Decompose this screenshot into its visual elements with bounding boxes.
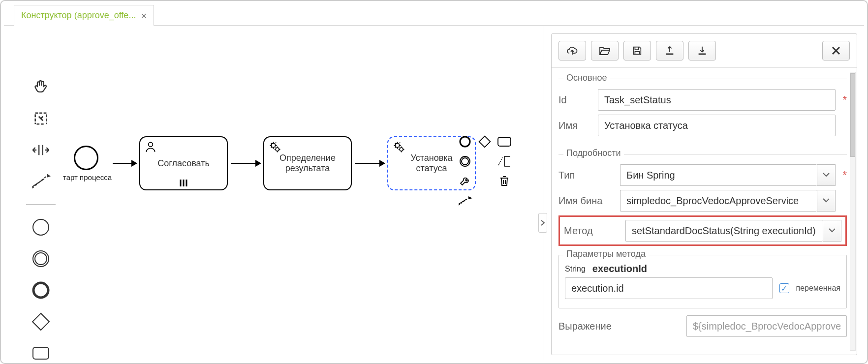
palette (24, 77, 58, 363)
required-marker: * (842, 93, 847, 106)
name-input[interactable] (598, 115, 836, 136)
gear-icon (268, 140, 282, 154)
panel-collapse-handle[interactable] (538, 213, 547, 233)
param-type: String (565, 265, 586, 273)
task-label: Согласовать (157, 158, 210, 169)
task-define-result[interactable]: Определение результата (263, 136, 352, 190)
start-event-tool[interactable] (31, 217, 51, 237)
sequence-flow[interactable] (231, 163, 260, 164)
svg-point-6 (149, 142, 153, 147)
group-title: Подробности (563, 148, 624, 158)
svg-rect-4 (32, 313, 49, 330)
space-tool[interactable] (31, 140, 51, 160)
bpmn-editor[interactable]: тарт процесса Согласовать (4, 26, 544, 360)
space-icon (31, 142, 50, 158)
sequence-flow[interactable] (113, 163, 136, 164)
connection-icon (31, 173, 51, 190)
expression-input[interactable] (686, 315, 847, 337)
svg-rect-13 (498, 137, 511, 146)
svg-point-8 (276, 148, 279, 151)
gateway-icon (31, 312, 50, 331)
ctx-wrench[interactable] (457, 173, 473, 189)
group-title: Основное (563, 73, 610, 83)
param-name: executionId (592, 263, 647, 274)
field-label-id: Id (558, 94, 593, 106)
task-label-line1: Определение (279, 153, 336, 163)
ctx-connection[interactable] (457, 192, 473, 209)
ctx-intermediate-event[interactable] (457, 153, 473, 170)
svg-point-15 (462, 158, 468, 165)
lasso-tool[interactable] (31, 109, 51, 128)
variable-checkbox[interactable]: ✓ (779, 283, 789, 293)
method-select[interactable] (625, 220, 823, 242)
upload-button[interactable] (656, 41, 683, 61)
id-input[interactable] (598, 89, 836, 111)
scrollbar-thumb[interactable] (850, 73, 855, 157)
svg-point-0 (33, 219, 49, 235)
user-icon (144, 140, 157, 153)
svg-point-11 (460, 137, 470, 147)
field-label-bean: Имя бина (558, 195, 615, 207)
chevron-down-icon (822, 172, 830, 178)
field-label-name: Имя (558, 120, 593, 131)
end-event-tool[interactable] (31, 280, 51, 300)
close-icon[interactable]: × (141, 11, 147, 21)
save-button[interactable] (623, 41, 651, 61)
method-row-highlight: Метод (558, 215, 847, 246)
bean-select[interactable] (620, 190, 817, 212)
subprocess-tool[interactable] (31, 343, 51, 363)
deploy-button[interactable] (558, 41, 586, 61)
context-pad (457, 133, 513, 209)
task-label-line2: результата (285, 163, 330, 174)
panel-scrollbar[interactable] (850, 72, 856, 351)
lasso-icon (32, 110, 49, 127)
svg-point-2 (35, 253, 47, 265)
task-approve[interactable]: Согласовать (139, 136, 228, 190)
end-event-icon (31, 281, 50, 300)
task-label-line1: Установка (410, 153, 452, 163)
bean-dropdown-button[interactable] (817, 190, 836, 212)
svg-rect-12 (479, 136, 491, 148)
hand-icon (32, 79, 49, 95)
save-icon (632, 45, 643, 56)
start-event-node[interactable] (74, 146, 98, 170)
gateway-tool[interactable] (31, 312, 51, 332)
hand-tool[interactable] (31, 77, 51, 97)
field-label-expression: Выражение (558, 321, 682, 332)
open-button[interactable] (591, 41, 619, 61)
field-label-type: Тип (558, 170, 615, 181)
ctx-trash[interactable] (496, 173, 513, 189)
task-label-line2: статуса (416, 163, 447, 174)
download-button[interactable] (688, 41, 716, 61)
ctx-text-annotation[interactable] (496, 153, 513, 170)
svg-point-7 (271, 143, 275, 147)
start-event-label: тарт процесса (63, 173, 112, 182)
svg-rect-5 (33, 347, 49, 359)
close-icon (832, 46, 840, 55)
intermediate-event-tool[interactable] (31, 249, 51, 269)
ctx-end-event[interactable] (457, 133, 473, 150)
ctx-gateway[interactable] (476, 133, 493, 150)
type-dropdown-button[interactable] (817, 164, 836, 186)
open-icon (599, 46, 611, 56)
group-details: Подробности Тип * Имя (558, 148, 847, 344)
chevron-down-icon (828, 228, 836, 234)
close-button[interactable] (822, 41, 850, 61)
tab-constructor[interactable]: Конструктор (approve_offe... × (14, 5, 154, 26)
gear-icon (392, 140, 406, 154)
multi-instance-marker (140, 180, 227, 186)
tab-bar: Конструктор (approve_offe... × (4, 4, 864, 26)
sequence-flow[interactable] (355, 163, 384, 164)
required-marker: * (842, 169, 847, 182)
ctx-task[interactable] (496, 133, 513, 150)
param-value-input[interactable] (565, 277, 773, 299)
bpmn-canvas[interactable]: тарт процесса Согласовать (63, 136, 478, 190)
connection-tool[interactable] (31, 172, 51, 191)
type-select[interactable] (620, 164, 817, 186)
svg-point-10 (400, 148, 403, 151)
subprocess-icon (31, 346, 50, 361)
method-dropdown-button[interactable] (823, 220, 841, 242)
variable-label: переменная (796, 284, 841, 293)
palette-separator (26, 204, 56, 205)
upload-icon (664, 45, 675, 56)
